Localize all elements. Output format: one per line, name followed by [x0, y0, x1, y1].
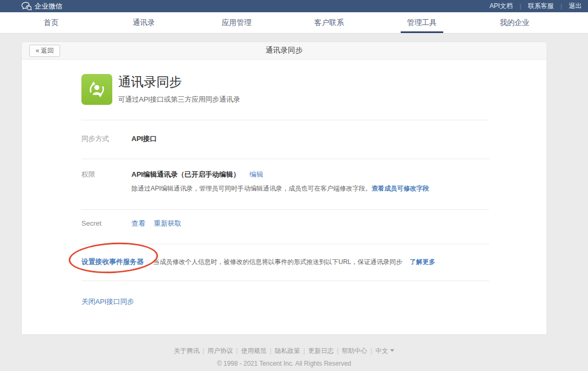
- refresh-secret-link[interactable]: 重新获取: [154, 219, 181, 228]
- topbar: 企业微信 API文档 ｜ 联系客服 ｜ 退出: [0, 0, 588, 12]
- footer-link-changelog[interactable]: 更新日志: [308, 347, 334, 354]
- back-button[interactable]: « 返回: [29, 45, 60, 57]
- page-title: 通讯录同步: [22, 46, 546, 55]
- wecom-logo-icon: [21, 2, 32, 11]
- footer-link-usage-rules[interactable]: 使用规范: [241, 347, 267, 354]
- tab-label: 应用管理: [221, 18, 251, 28]
- row-permission: 权限 API编辑通讯录（已开启手动编辑） 编辑 除通过API编辑通讯录，管理员可…: [81, 159, 489, 210]
- tab-contacts[interactable]: 通讯录: [97, 12, 190, 33]
- topbar-links: API文档 ｜ 联系客服 ｜ 退出: [490, 2, 582, 11]
- tab-customer-relations[interactable]: 客户联系: [283, 12, 376, 33]
- footer-link-user-agreement[interactable]: 用户协议: [208, 347, 233, 354]
- app-icon-tile: [81, 74, 112, 105]
- brand-name: 企业微信: [35, 2, 62, 11]
- row-callback-server: 设置接收事件服务器 当成员修改个人信息时，被修改的信息将以事件的形式推送到以下U…: [81, 244, 489, 281]
- chevron-down-icon: [390, 349, 394, 352]
- set-callback-server-link[interactable]: 设置接收事件服务器: [81, 257, 153, 267]
- view-editable-fields-link[interactable]: 查看成员可修改字段: [371, 185, 429, 192]
- copyright: © 1998 - 2021 Tencent Inc. All Rights Re…: [21, 360, 547, 367]
- app-title-block: 通讯录同步 可通过API接口或第三方应用同步通讯录: [118, 74, 240, 105]
- app-title: 通讯录同步: [118, 75, 240, 90]
- card-body: 通讯录同步 可通过API接口或第三方应用同步通讯录 同步方式 API接口 权限 …: [81, 60, 489, 334]
- row-label: Secret: [81, 219, 131, 227]
- permission-value: API编辑通讯录（已开启手动编辑）: [131, 170, 240, 179]
- row-label: 同步方式: [81, 134, 131, 144]
- separator: |: [370, 347, 372, 354]
- row-secret: Secret 查看 重新获取: [81, 210, 489, 244]
- tab-home[interactable]: 首页: [5, 12, 97, 33]
- app-subtitle: 可通过API接口或第三方应用同步通讯录: [118, 95, 240, 104]
- row-close-sync: 关闭API接口同步: [81, 281, 489, 334]
- row-label: 权限: [81, 170, 131, 179]
- tab-admin-tools[interactable]: 管理工具: [376, 12, 468, 33]
- callback-description-text: 当成员修改个人信息时，被修改的信息将以事件的形式推送到以下URL，保证通讯录同步: [153, 258, 402, 266]
- card-header: « 返回 通讯录同步: [22, 42, 546, 60]
- footer-links: 关于腾讯|用户协议|使用规范|隐私政策|更新日志|帮助中心|中文: [21, 347, 547, 356]
- permission-description-text: 除通过API编辑通讯录，管理员可同时手动编辑通讯录，成员也可在客户端修改字段。: [131, 185, 371, 192]
- tab-label: 通讯录: [132, 18, 155, 28]
- separator: |: [303, 347, 305, 354]
- main-nav: 首页 通讯录 应用管理 客户联系 管理工具 我的企业: [0, 12, 588, 34]
- tab-label: 管理工具: [407, 18, 437, 28]
- topbar-link-logout[interactable]: 退出: [569, 2, 582, 11]
- tab-my-company[interactable]: 我的企业: [468, 12, 561, 33]
- separator: |: [236, 347, 238, 354]
- view-secret-link[interactable]: 查看: [131, 219, 145, 228]
- language-selector[interactable]: 中文: [375, 347, 394, 354]
- separator: |: [337, 347, 338, 354]
- separator: ｜: [517, 2, 523, 10]
- language-label: 中文: [375, 347, 388, 354]
- brand-logo[interactable]: 企业微信: [21, 2, 62, 11]
- callback-description: 当成员修改个人信息时，被修改的信息将以事件的形式推送到以下URL，保证通讯录同步…: [153, 258, 435, 267]
- footer-link-privacy-policy[interactable]: 隐私政策: [275, 347, 300, 354]
- topbar-link-support[interactable]: 联系客服: [528, 2, 553, 11]
- tab-app-management[interactable]: 应用管理: [190, 12, 283, 33]
- app-header: 通讯录同步 可通过API接口或第三方应用同步通讯录: [81, 60, 489, 120]
- tab-label: 我的企业: [500, 18, 529, 28]
- permission-description: 除通过API编辑通讯录，管理员可同时手动编辑通讯录，成员也可在客户端修改字段。查…: [131, 184, 489, 193]
- separator: |: [270, 347, 271, 354]
- sync-method-value: API接口: [131, 134, 157, 144]
- separator: |: [203, 347, 204, 354]
- tab-label: 首页: [44, 18, 59, 28]
- footer-link-about-tencent[interactable]: 关于腾讯: [174, 347, 200, 354]
- contacts-sync-icon: [87, 79, 107, 100]
- row-sync-method: 同步方式 API接口: [81, 120, 489, 159]
- tab-label: 客户联系: [314, 18, 344, 28]
- contacts-sync-card: « 返回 通讯录同步: [21, 42, 547, 335]
- close-api-sync-link[interactable]: 关闭API接口同步: [81, 298, 134, 306]
- edit-permission-link[interactable]: 编辑: [250, 170, 263, 179]
- topbar-link-api-docs[interactable]: API文档: [490, 2, 512, 11]
- learn-more-link[interactable]: 了解更多: [410, 258, 435, 266]
- screen: 企业微信 API文档 ｜ 联系客服 ｜ 退出 首页 通讯录 应用管理 客户联系 …: [0, 0, 588, 367]
- separator: ｜: [558, 2, 564, 10]
- footer-link-help-center[interactable]: 帮助中心: [342, 347, 367, 354]
- nav-tabs: 首页 通讯录 应用管理 客户联系 管理工具 我的企业: [5, 12, 561, 33]
- footer: 关于腾讯|用户协议|使用规范|隐私政策|更新日志|帮助中心|中文 © 1998 …: [21, 347, 547, 367]
